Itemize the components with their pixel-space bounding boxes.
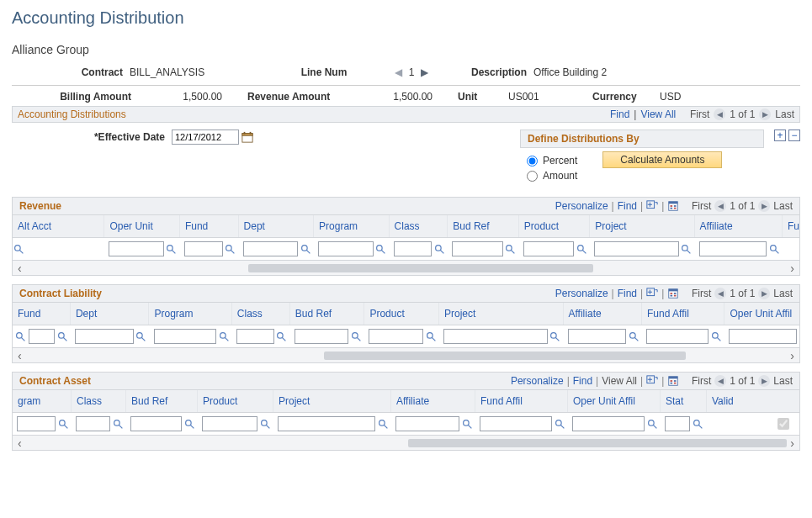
scroll-left-icon[interactable]: ‹ bbox=[18, 436, 22, 450]
lcol-product[interactable]: Product bbox=[364, 303, 439, 325]
lookup-icon[interactable] bbox=[218, 330, 230, 342]
asset-prev-icon[interactable]: ◀ bbox=[714, 375, 726, 387]
affiliate-input[interactable] bbox=[699, 241, 767, 256]
col-alt-acct[interactable]: Alt Acct bbox=[13, 215, 104, 237]
amount-radio[interactable] bbox=[527, 171, 538, 182]
a-gram-input[interactable] bbox=[17, 416, 56, 431]
a-operunitaffil-input[interactable] bbox=[572, 416, 645, 431]
l-fund-input[interactable] bbox=[29, 329, 55, 344]
l-fundaffil-input[interactable] bbox=[646, 329, 709, 344]
acct-dist-find-link[interactable]: Find bbox=[610, 108, 629, 120]
lookup-icon[interactable] bbox=[112, 418, 124, 430]
a-class-input[interactable] bbox=[76, 416, 110, 431]
lookup-icon[interactable] bbox=[628, 330, 640, 342]
l-operunitaffil-input[interactable] bbox=[729, 329, 797, 344]
zoom-icon[interactable] bbox=[646, 375, 658, 387]
acol-valid[interactable]: Valid bbox=[707, 390, 799, 412]
asset-viewall[interactable]: View All bbox=[602, 375, 637, 387]
l-program-input[interactable] bbox=[154, 329, 216, 344]
col-fund[interactable]: Fund bbox=[180, 215, 239, 237]
lookup-icon[interactable] bbox=[350, 330, 362, 342]
effective-date-input[interactable] bbox=[172, 130, 239, 145]
lookup-icon[interactable] bbox=[692, 418, 703, 430]
lcol-dept[interactable]: Dept bbox=[71, 303, 150, 325]
l-dept-input[interactable] bbox=[75, 329, 133, 344]
a-stat-input[interactable] bbox=[665, 416, 690, 431]
lookup-icon[interactable] bbox=[433, 243, 445, 255]
lookup-icon[interactable] bbox=[768, 243, 780, 255]
asset-scrollbar[interactable]: ‹ › bbox=[13, 435, 799, 450]
asset-next-icon[interactable]: ▶ bbox=[758, 375, 770, 387]
liability-prev-icon[interactable]: ◀ bbox=[714, 288, 726, 299]
liability-personalize-link[interactable]: Personalize bbox=[555, 288, 608, 299]
col-product[interactable]: Product bbox=[519, 215, 591, 237]
col-affiliate[interactable]: Affiliate bbox=[695, 215, 783, 237]
liability-next-icon[interactable]: ▶ bbox=[758, 288, 770, 299]
l-project-input[interactable] bbox=[443, 329, 548, 344]
lookup-icon[interactable] bbox=[375, 243, 387, 255]
fund-input[interactable] bbox=[184, 241, 223, 256]
lookup-icon[interactable] bbox=[576, 243, 587, 255]
lookup-icon[interactable] bbox=[135, 330, 147, 342]
lookup-icon[interactable] bbox=[710, 330, 722, 342]
a-fundaffil-input[interactable] bbox=[480, 416, 552, 431]
liability-scrollbar[interactable]: ‹ › bbox=[13, 347, 799, 362]
acol-affiliate[interactable]: Affiliate bbox=[391, 390, 475, 412]
lcol-class[interactable]: Class bbox=[232, 303, 290, 325]
lcol-program[interactable]: Program bbox=[149, 303, 231, 325]
scroll-right-icon[interactable]: › bbox=[790, 262, 794, 275]
l-product-input[interactable] bbox=[369, 329, 423, 344]
lookup-icon[interactable] bbox=[56, 330, 68, 342]
acol-stat[interactable]: Stat bbox=[661, 390, 707, 412]
percent-radio[interactable] bbox=[527, 156, 538, 166]
revenue-personalize-link[interactable]: Personalize bbox=[555, 200, 608, 212]
acct-dist-viewall-link[interactable]: View All bbox=[640, 108, 676, 120]
class-input[interactable] bbox=[394, 241, 433, 256]
scroll-right-icon[interactable]: › bbox=[790, 349, 794, 362]
lcol-fund[interactable]: Fund bbox=[13, 303, 71, 325]
lcol-operunitaffil[interactable]: Oper Unit Affil bbox=[724, 303, 799, 325]
col-dept[interactable]: Dept bbox=[239, 215, 315, 237]
col-project[interactable]: Project bbox=[590, 215, 694, 237]
lookup-icon[interactable] bbox=[377, 418, 389, 430]
acol-budref[interactable]: Bud Ref bbox=[126, 390, 198, 412]
lcol-project[interactable]: Project bbox=[439, 303, 564, 325]
lookup-icon[interactable] bbox=[259, 418, 271, 430]
col-fu[interactable]: Fu bbox=[783, 215, 799, 237]
revenue-find-link[interactable]: Find bbox=[618, 200, 637, 212]
zoom-icon[interactable] bbox=[646, 288, 658, 299]
acol-product[interactable]: Product bbox=[198, 390, 273, 412]
budref-input[interactable] bbox=[452, 241, 503, 256]
revenue-next-icon[interactable]: ▶ bbox=[758, 200, 770, 212]
acol-gram[interactable]: gram bbox=[13, 390, 72, 412]
acol-fundaffil[interactable]: Fund Affil bbox=[475, 390, 568, 412]
lookup-icon[interactable] bbox=[549, 330, 561, 342]
lookup-icon[interactable] bbox=[276, 330, 288, 342]
lcol-affiliate[interactable]: Affiliate bbox=[564, 303, 643, 325]
lookup-icon[interactable] bbox=[183, 418, 195, 430]
product-input[interactable] bbox=[523, 241, 575, 256]
line-prev-icon[interactable]: ◀ bbox=[395, 66, 402, 78]
revenue-prev-icon[interactable]: ◀ bbox=[714, 200, 726, 212]
liability-find-link[interactable]: Find bbox=[618, 288, 637, 299]
acol-class[interactable]: Class bbox=[72, 390, 126, 412]
l-class-input[interactable] bbox=[236, 329, 274, 344]
scroll-left-icon[interactable]: ‹ bbox=[18, 349, 22, 362]
lookup-icon[interactable] bbox=[300, 243, 311, 255]
lookup-icon[interactable] bbox=[166, 243, 178, 255]
acct-dist-prev-icon[interactable]: ◀ bbox=[714, 108, 725, 120]
dept-input[interactable] bbox=[243, 241, 299, 256]
col-budref[interactable]: Bud Ref bbox=[448, 215, 519, 237]
project-input[interactable] bbox=[594, 241, 678, 256]
download-icon[interactable] bbox=[667, 375, 679, 387]
add-row-icon[interactable]: + bbox=[774, 130, 786, 141]
l-budref-input[interactable] bbox=[295, 329, 349, 344]
scroll-left-icon[interactable]: ‹ bbox=[18, 262, 22, 275]
a-project-input[interactable] bbox=[278, 416, 375, 431]
lookup-icon[interactable] bbox=[461, 418, 473, 430]
acol-project[interactable]: Project bbox=[273, 390, 391, 412]
col-class[interactable]: Class bbox=[390, 215, 448, 237]
download-icon[interactable] bbox=[667, 288, 679, 299]
download-icon[interactable] bbox=[667, 200, 679, 212]
asset-find-link[interactable]: Find bbox=[573, 375, 592, 387]
